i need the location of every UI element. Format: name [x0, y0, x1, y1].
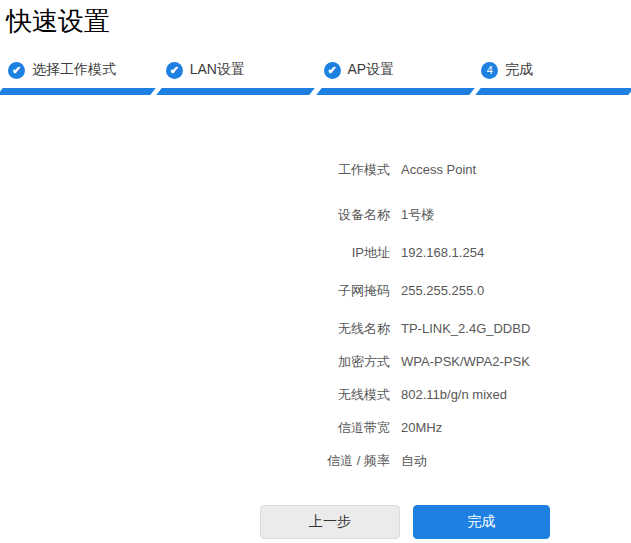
summary-group: 工作模式Access Point	[0, 163, 631, 177]
field-value: Access Point	[401, 163, 476, 177]
button-row: 上一步 完成	[260, 505, 550, 539]
settings-summary: 工作模式Access Point设备名称1号楼IP地址192.168.1.254…	[0, 163, 631, 487]
step-progress-bar	[157, 88, 316, 95]
field-label: 子网掩码	[0, 284, 390, 298]
step-progress-bar	[475, 88, 631, 95]
summary-row: IP地址192.168.1.254	[0, 246, 631, 260]
field-label: 无线名称	[0, 322, 390, 336]
check-icon: ✔	[324, 62, 341, 79]
summary-row: 无线名称TP-LINK_2.4G_DDBD	[0, 322, 631, 336]
finish-button[interactable]: 完成	[413, 505, 550, 539]
field-value: 1号楼	[401, 208, 434, 222]
summary-row: 设备名称1号楼	[0, 208, 631, 222]
step-item-1: ✔选择工作模式	[0, 61, 158, 79]
field-label: 工作模式	[0, 163, 390, 177]
step-item-4: 4完成	[473, 61, 631, 79]
back-button[interactable]: 上一步	[260, 505, 400, 539]
field-value: 255.255.255.0	[401, 284, 484, 298]
step-label: AP设置	[348, 61, 395, 79]
step-number-badge: 4	[481, 62, 498, 79]
summary-group: 设备名称1号楼IP地址192.168.1.254子网掩码255.255.255.…	[0, 208, 631, 298]
field-value: TP-LINK_2.4G_DDBD	[401, 322, 530, 336]
field-label: 无线模式	[0, 388, 390, 402]
field-label: IP地址	[0, 246, 390, 260]
step-label: LAN设置	[190, 61, 245, 79]
check-icon: ✔	[166, 62, 183, 79]
step-label: 选择工作模式	[32, 61, 116, 79]
check-icon: ✔	[8, 62, 25, 79]
field-label: 信道带宽	[0, 421, 390, 435]
field-value: 自动	[401, 454, 427, 468]
summary-row: 无线模式802.11b/g/n mixed	[0, 388, 631, 402]
summary-row: 子网掩码255.255.255.0	[0, 284, 631, 298]
step-progress-bar	[316, 88, 475, 95]
step-indicator: ✔选择工作模式✔LAN设置✔AP设置4完成	[0, 61, 631, 79]
summary-row: 加密方式WPA-PSK/WPA2-PSK	[0, 355, 631, 369]
step-item-2: ✔LAN设置	[158, 61, 316, 79]
field-label: 设备名称	[0, 208, 390, 222]
page-title: 快速设置	[6, 5, 110, 37]
summary-row: 工作模式Access Point	[0, 163, 631, 177]
summary-group: 无线名称TP-LINK_2.4G_DDBD加密方式WPA-PSK/WPA2-PS…	[0, 322, 631, 468]
summary-row: 信道带宽20MHz	[0, 421, 631, 435]
field-label: 加密方式	[0, 355, 390, 369]
field-value: 20MHz	[401, 421, 442, 435]
step-item-3: ✔AP设置	[316, 61, 474, 79]
step-progress-bar	[0, 88, 156, 95]
field-label: 信道 / 频率	[0, 454, 390, 468]
field-value: 192.168.1.254	[401, 246, 484, 260]
summary-row: 信道 / 频率自动	[0, 454, 631, 468]
step-progress-bars	[0, 88, 631, 95]
step-label: 完成	[505, 61, 533, 79]
field-value: WPA-PSK/WPA2-PSK	[401, 355, 530, 369]
field-value: 802.11b/g/n mixed	[401, 388, 507, 402]
